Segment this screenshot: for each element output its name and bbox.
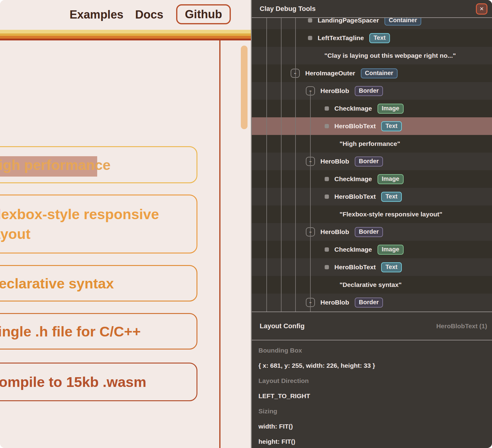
tree-row[interactable]: LeftTextTaglineText — [252, 29, 492, 47]
tree-guide-line — [266, 18, 267, 312]
tree-row[interactable]: -HeroBlobBorder — [252, 82, 492, 100]
feature-blob-declarative-syntax: Declarative syntax — [0, 265, 197, 302]
app-window: Examples Docs Github High performance Fl… — [0, 0, 492, 448]
config-field-label: Bounding Box — [258, 343, 489, 358]
element-type-badge: Border — [355, 157, 383, 167]
tree-guide-line — [310, 91, 311, 312]
leaf-bullet-icon — [325, 195, 329, 199]
nav-link-docs[interactable]: Docs — [135, 8, 163, 21]
tree-node-label: CheckImage — [334, 105, 372, 112]
tree-text-content: "Clay is laying out this webpage right n… — [324, 52, 456, 59]
selected-element-name: HeroBlobText (1) — [436, 322, 487, 330]
tree-row[interactable]: -HeroImageOuterContainer — [252, 64, 492, 82]
config-field-label: Sizing — [258, 404, 489, 419]
leaf-bullet-icon — [325, 177, 329, 181]
element-type-badge: Text — [369, 33, 390, 43]
tree-node-label: HeroBlob — [320, 299, 349, 306]
clay-debug-tools-panel: LandingPageSpacerContainerLeftTextTaglin… — [251, 0, 492, 448]
config-field-value: width: FIT() — [258, 419, 489, 434]
config-field-value: LEFT_TO_RIGHT — [258, 388, 489, 404]
tree-row[interactable]: -HeroBlobBorder — [252, 153, 492, 170]
feature-blob-flexbox-layout: Flexbox-style responsive layout — [0, 195, 197, 253]
tree-guide-line — [295, 18, 296, 312]
layout-config-body: Bounding Box{ x: 681, y: 255, width: 226… — [258, 343, 489, 448]
tree-node-label: HeroBlob — [320, 87, 349, 95]
header-divider — [252, 17, 492, 18]
github-button[interactable]: Github — [176, 4, 231, 24]
leaf-bullet-icon — [325, 124, 329, 128]
panel-title: Clay Debug Tools — [260, 5, 316, 13]
tree-node-label: HeroImageOuter — [305, 70, 355, 77]
github-button-label: Github — [185, 8, 222, 21]
nav-link-examples[interactable]: Examples — [70, 8, 123, 21]
close-button[interactable]: ✕ — [476, 3, 487, 15]
tree-row[interactable]: "Declarative syntax" — [252, 276, 492, 294]
tree-text-content: "High performance" — [340, 140, 400, 147]
tree-node-label: HeroBlobText — [334, 193, 376, 200]
tree-row[interactable]: HeroBlobTextText — [252, 117, 492, 135]
close-icon: ✕ — [480, 6, 484, 12]
tree-row[interactable]: HeroBlobTextText — [252, 258, 492, 276]
feature-blob-wasm: Compile to 15kb .wasm — [0, 363, 197, 401]
layout-config-header: Layout Config HeroBlobText (1) — [252, 312, 492, 340]
tree-row[interactable]: LandingPageSpacerContainer — [252, 18, 492, 29]
config-field-value: height: FIT() — [258, 434, 489, 448]
tree-row[interactable]: HeroBlobTextText — [252, 188, 492, 205]
element-type-badge: Container — [361, 68, 398, 78]
element-type-badge: Border — [355, 86, 383, 96]
tree-text-content: "Declarative syntax" — [340, 281, 401, 288]
feature-blob-text: Compile to 15kb .wasm — [0, 372, 146, 392]
feature-blob-high-performance: High performance — [0, 146, 197, 183]
tree-row[interactable]: CheckImageImage — [252, 100, 492, 117]
element-type-badge: Image — [378, 245, 404, 255]
tree-row[interactable]: CheckImageImage — [252, 170, 492, 188]
panel-header: Clay Debug Tools — [252, 0, 492, 17]
element-type-badge: Border — [355, 298, 383, 308]
tree-node-label: LandingPageSpacer — [318, 18, 379, 24]
element-type-badge: Image — [378, 174, 404, 184]
feature-blob-text: Declarative syntax — [0, 274, 114, 293]
element-type-badge: Container — [384, 18, 421, 26]
tree-row[interactable]: CheckImageImage — [252, 241, 492, 258]
tree-node-label: CheckImage — [334, 246, 372, 253]
page-scrollbar-thumb[interactable] — [241, 46, 248, 129]
config-field-label: Layout Direction — [258, 373, 489, 388]
leaf-bullet-icon — [325, 106, 329, 111]
page-section-divider — [219, 40, 220, 448]
element-type-badge: Border — [355, 227, 383, 237]
tree-row[interactable]: "High performance" — [252, 135, 492, 153]
tree-node-label: HeroBlobText — [334, 264, 376, 271]
config-header-divider — [252, 340, 492, 340]
tree-node-label: CheckImage — [334, 175, 372, 183]
tree-node-label: HeroBlob — [320, 158, 349, 165]
tree-bottom-divider — [252, 312, 492, 312]
config-field-value: { x: 681, y: 255, width: 226, height: 33… — [258, 358, 489, 373]
feature-blob-text: Flexbox-style responsive layout — [0, 204, 169, 244]
tree-row[interactable]: -HeroBlobBorder — [252, 223, 492, 241]
tree-row[interactable]: "Clay is laying out this webpage right n… — [252, 47, 492, 64]
element-type-badge: Image — [378, 104, 404, 114]
feature-blob-text: Single .h file for C/C++ — [0, 322, 141, 341]
element-type-badge: Text — [381, 262, 402, 272]
leaf-bullet-icon — [308, 18, 312, 22]
tree-row[interactable]: "Flexbox-style responsive layout" — [252, 205, 492, 223]
feature-blob-single-header: Single .h file for C/C++ — [0, 313, 197, 350]
tree-guide-line — [281, 18, 282, 312]
leaf-bullet-icon — [308, 36, 312, 40]
tree-node-label: HeroBlobText — [334, 122, 376, 130]
layout-config-title: Layout Config — [260, 322, 305, 330]
tree-node-label: HeroBlob — [320, 228, 349, 236]
leaf-bullet-icon — [325, 265, 329, 269]
tree-node-label: LeftTextTagline — [318, 34, 364, 42]
element-type-badge: Text — [381, 121, 402, 131]
feature-blob-text: High performance — [0, 155, 111, 175]
leaf-bullet-icon — [325, 247, 329, 252]
element-tree: LandingPageSpacerContainerLeftTextTaglin… — [252, 18, 492, 312]
element-type-badge: Text — [381, 192, 402, 202]
tree-row[interactable]: -HeroBlobBorder — [252, 294, 492, 311]
tree-text-content: "Flexbox-style responsive layout" — [340, 211, 442, 218]
